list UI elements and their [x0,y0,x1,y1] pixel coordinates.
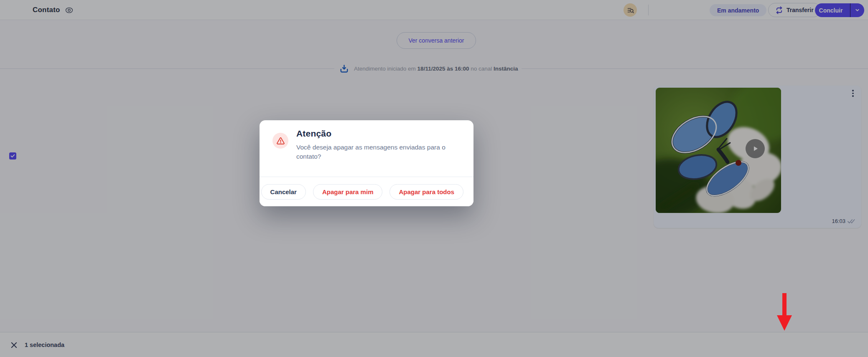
delete-for-all-button[interactable]: Apagar para todos [389,184,463,200]
cancel-button[interactable]: Cancelar [261,184,306,200]
app-window: Contato Em andamento Trans [0,0,868,357]
attention-dialog: Atenção Você deseja apagar as mensagens … [260,120,473,206]
dialog-body-text: Você deseja apagar as mensagens enviadas… [296,143,450,161]
dialog-footer: Cancelar Apagar para mim Apagar para tod… [260,177,473,206]
dialog-title: Atenção [296,129,331,139]
warning-icon-circle [272,133,288,149]
warning-triangle-icon [276,137,285,145]
delete-for-me-button[interactable]: Apagar para mim [313,184,383,200]
